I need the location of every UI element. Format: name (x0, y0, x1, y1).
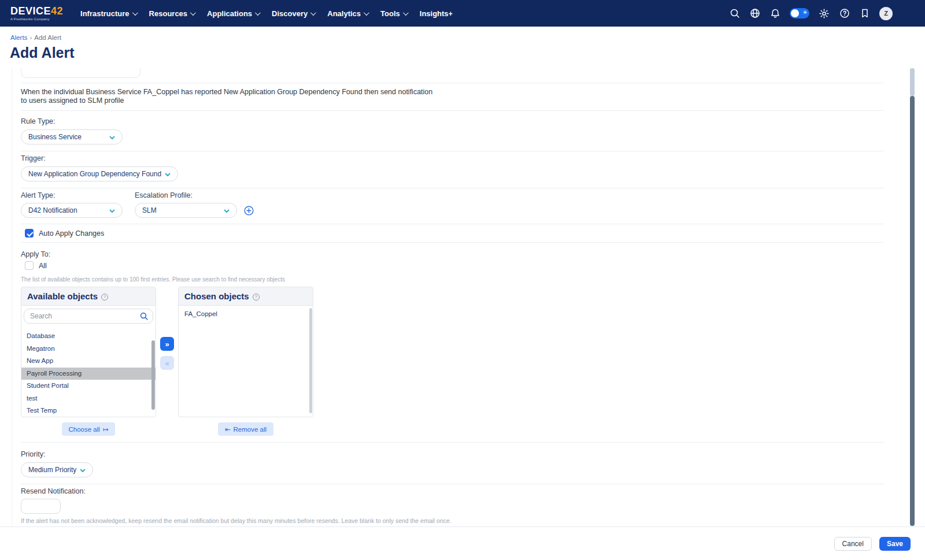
globe-icon[interactable] (749, 8, 760, 19)
breadcrumb-separator: › (29, 34, 32, 41)
list-item[interactable]: test (21, 392, 156, 405)
content-left-edge (12, 68, 12, 526)
chevron-down-icon (190, 10, 196, 16)
chevron-down-icon (80, 467, 86, 473)
available-search-input[interactable] (24, 309, 153, 324)
escalation-profile-select[interactable]: SLM (135, 203, 237, 218)
list-item[interactable]: FA_Coppel (179, 307, 313, 320)
priority-select[interactable]: Medium Priority (21, 462, 93, 477)
chosen-objects-panel: Chosen objects ? FA_Coppel (178, 287, 313, 417)
chevron-down-icon (310, 10, 316, 16)
cancel-button[interactable]: Cancel (834, 537, 872, 551)
available-objects-panel: Available objects ? Database Megatron Ne… (21, 287, 156, 417)
rule-type-label: Rule Type: (21, 117, 883, 125)
apply-to-label: Apply To: (21, 250, 883, 258)
move-right-button[interactable]: » (160, 337, 174, 351)
list-item[interactable]: Database (21, 330, 156, 343)
auto-apply-label: Auto Apply Changes (39, 229, 104, 238)
chevron-down-icon (364, 10, 369, 16)
page-title: Add Alert (10, 44, 75, 61)
logo-accent: 42 (51, 5, 63, 17)
chevron-down-icon (403, 10, 409, 16)
bookmark-icon[interactable] (859, 8, 870, 19)
chevron-down-icon (132, 10, 138, 16)
resend-notification-input[interactable] (21, 499, 61, 514)
alert-type-label: Alert Type: (21, 191, 135, 199)
form-scroll-area: When the individual Business Service FA_… (0, 68, 925, 526)
trigger-select[interactable]: New Application Group Dependency Found (21, 166, 178, 181)
chevron-down-icon (255, 10, 261, 16)
device42-logo[interactable]: DEVICE42 A Freshworks Company (10, 6, 63, 21)
available-objects-list: Database Megatron New App Payroll Proces… (21, 327, 156, 417)
search-icon[interactable] (729, 8, 740, 19)
chevron-down-icon (165, 171, 171, 177)
arrow-to-left-icon: ⇤ (225, 425, 231, 433)
list-limit-note: The list of available objects contains u… (21, 276, 883, 283)
help-icon[interactable] (839, 8, 850, 19)
available-list-scrollbar[interactable] (151, 340, 155, 410)
transfer-buttons: » « (156, 287, 178, 417)
menu-analytics[interactable]: Analytics (327, 9, 368, 18)
menu-tools[interactable]: Tools (380, 9, 407, 18)
gear-icon[interactable] (819, 8, 830, 19)
rule-summary: When the individual Business Service FA_… (21, 88, 883, 105)
chosen-objects-title: Chosen objects (184, 291, 249, 301)
theme-toggle[interactable]: ☀ (790, 8, 809, 18)
apply-to-all-label: All (39, 262, 47, 270)
resend-help-text: If the alert has not been acknowledged, … (21, 517, 883, 524)
breadcrumb: Alerts›Add Alert (10, 34, 61, 41)
logo-text: DEVICE (10, 5, 51, 17)
bell-icon[interactable] (769, 8, 780, 19)
avatar[interactable]: Z (879, 7, 893, 20)
available-objects-title: Available objects (27, 291, 98, 301)
trigger-label: Trigger: (21, 154, 883, 162)
menu-applications[interactable]: Applications (207, 9, 259, 18)
escalation-profile-label: Escalation Profile: (135, 191, 193, 199)
list-item-selected[interactable]: Payroll Processing (21, 368, 156, 380)
toggle-knob (791, 9, 799, 17)
list-item[interactable]: Student Portal (21, 380, 156, 392)
menu-insights[interactable]: Insights+ (420, 9, 453, 18)
list-item[interactable]: Megatron (21, 343, 156, 355)
help-icon[interactable]: ? (101, 294, 108, 301)
chosen-list-scrollbar[interactable] (309, 308, 312, 413)
chevron-down-icon (224, 207, 230, 213)
menu-discovery[interactable]: Discovery (272, 9, 314, 18)
arrow-to-right-icon: ↦ (103, 425, 109, 433)
add-escalation-profile-button[interactable] (244, 206, 254, 216)
chosen-objects-list: FA_Coppel (179, 306, 313, 417)
apply-to-all-checkbox[interactable] (25, 261, 34, 270)
search-icon[interactable] (140, 312, 148, 320)
logo-subtitle: A Freshworks Company (10, 17, 63, 21)
choose-all-button[interactable]: Choose all↦ (62, 422, 116, 436)
main-menu: Infrastructure Resources Applications Di… (80, 9, 453, 18)
resend-notification-label: Resend Notification: (21, 487, 883, 495)
sun-icon: ☀ (802, 9, 808, 16)
menu-infrastructure[interactable]: Infrastructure (80, 9, 136, 18)
page-scrollbar-thumb[interactable] (910, 96, 915, 526)
top-navbar: DEVICE42 A Freshworks Company Infrastruc… (0, 0, 925, 27)
breadcrumb-alerts-link[interactable]: Alerts (10, 34, 27, 41)
menu-resources[interactable]: Resources (149, 9, 194, 18)
chevron-down-icon (109, 207, 115, 213)
form-footer: Cancel Save (0, 526, 925, 560)
alert-name-field-partial[interactable] (21, 68, 140, 78)
help-icon[interactable]: ? (253, 294, 260, 301)
list-item[interactable]: Test Temp (21, 405, 156, 417)
navbar-actions: ☀ Z (729, 7, 925, 20)
page-scrollbar-track-top (910, 68, 915, 96)
save-button[interactable]: Save (879, 537, 911, 551)
list-item[interactable]: New App (21, 355, 156, 368)
breadcrumb-current: Add Alert (34, 34, 61, 41)
alert-type-select[interactable]: D42 Notification (21, 203, 123, 218)
chevron-down-icon (109, 134, 115, 140)
rule-type-select[interactable]: Business Service (21, 129, 123, 144)
move-left-button[interactable]: « (160, 356, 174, 370)
priority-label: Priority: (21, 450, 883, 458)
remove-all-button[interactable]: ⇤Remove all (218, 422, 273, 436)
object-picker: Available objects ? Database Megatron Ne… (21, 287, 883, 417)
auto-apply-checkbox[interactable] (25, 229, 34, 238)
